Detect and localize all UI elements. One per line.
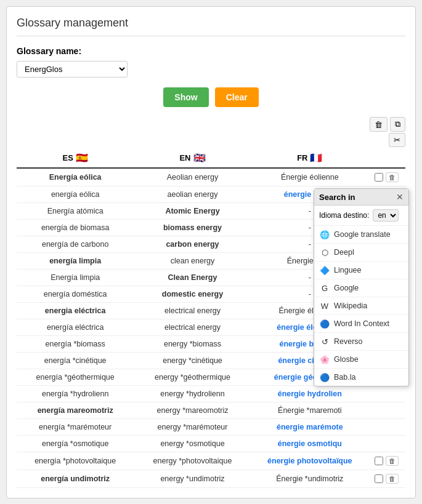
en-label: EN	[179, 153, 190, 162]
search-item[interactable]: ↺ Reverso	[314, 333, 408, 351]
cell-actions	[368, 409, 405, 412]
cell-fr: Énergie *maremoti	[251, 405, 368, 416]
search-item-icon: ⬡	[319, 247, 330, 258]
table-row: energía *photovoltaique energy *photovol…	[17, 452, 405, 470]
column-headers: ES 🇪🇸 EN 🇬🇧 FR 🇫🇷	[17, 148, 405, 169]
cell-es: energía *photovoltaique	[17, 455, 134, 466]
search-item[interactable]: 🌸 Glosbe	[314, 351, 408, 369]
search-popup: Search in ✕ Idioma destino: en 🌐 Google …	[314, 188, 409, 386]
cell-en: clean energy	[134, 255, 251, 266]
cell-fr: énergie marémote	[251, 422, 368, 433]
cell-en: energy *cinétique	[134, 355, 251, 366]
lang-row: Idioma destino: en	[314, 206, 408, 226]
search-popup-header: Search in ✕	[314, 189, 408, 206]
cell-en: energy *osmotique	[134, 438, 251, 449]
cell-en: biomass energy	[134, 222, 251, 233]
cell-en: carbon energy	[134, 239, 251, 250]
search-item-label: Reverso	[334, 337, 363, 346]
main-window: Glossary management Glossary name: Energ…	[6, 6, 416, 498]
row-checkbox[interactable]	[375, 474, 383, 483]
col-actions	[368, 152, 405, 164]
cell-fr: Énergie éolienne	[251, 172, 368, 183]
cell-es: energía eólica	[17, 189, 134, 200]
cell-en: aeolian energy	[134, 189, 251, 200]
cell-en: Aeolian energy	[134, 172, 251, 183]
row-checkbox[interactable]	[375, 457, 383, 465]
search-item-icon: 🔵	[319, 318, 330, 329]
table-row: energía *osmotique energy *osmotique éne…	[17, 436, 405, 452]
cell-es: energía doméstica	[17, 289, 134, 300]
cell-es: Energía limpia	[17, 272, 134, 283]
cell-es: energía eléctrica	[17, 322, 134, 333]
cell-es: energía *hydrolienn	[17, 388, 134, 399]
search-item-label: Word In Context	[334, 319, 389, 328]
table-row: energía *hydrolienn energy *hydrolienn é…	[17, 386, 405, 402]
search-item-icon: G	[319, 282, 330, 294]
cell-es: energía *géothermique	[17, 372, 134, 383]
search-item[interactable]: 🔷 Linguee	[314, 262, 408, 279]
cell-es: energía *biomass	[17, 338, 134, 350]
search-item[interactable]: ⬡ Deepl	[314, 244, 408, 262]
fr-label: FR	[297, 153, 307, 162]
search-item-label: Deepl	[334, 248, 354, 257]
search-item[interactable]: G Google	[314, 279, 408, 297]
cell-es: Energía atómica	[17, 206, 134, 217]
search-popup-title: Search in	[319, 193, 355, 202]
delete-row-button[interactable]: 🗑	[386, 456, 399, 466]
lang-select[interactable]: en	[373, 209, 399, 222]
glossary-select[interactable]: EnergGlos	[17, 61, 128, 78]
cell-fr: énergie hydrolien	[251, 388, 368, 399]
search-item[interactable]: 🔵 Word In Context	[314, 315, 408, 333]
cell-es: energía *marémoteur	[17, 422, 134, 433]
cell-actions: 🗑	[368, 473, 405, 485]
cell-es: energía limpia	[17, 255, 134, 266]
search-item-icon: ↺	[319, 336, 330, 347]
table-row: energía *marémoteur energy *marémoteur é…	[17, 419, 405, 436]
cell-en: energy *hydrolienn	[134, 388, 251, 399]
delete-row-button[interactable]: 🗑	[386, 172, 399, 182]
row-checkbox[interactable]	[375, 173, 383, 182]
cell-actions: 🗑	[368, 171, 405, 183]
cell-actions	[368, 426, 405, 428]
cell-actions: 🗑	[368, 455, 405, 467]
show-button[interactable]: Show	[163, 87, 208, 107]
fr-flag: 🇫🇷	[310, 152, 322, 164]
cell-es: energía *osmotique	[17, 438, 134, 449]
search-item-icon: 🌸	[319, 354, 330, 365]
cell-es: energía undimotriz	[17, 473, 134, 484]
cell-en: energy *marémoteur	[134, 422, 251, 433]
cell-en: energy *undimotriz	[134, 473, 251, 484]
search-item-label: Google	[334, 284, 359, 292]
toolbar-row-2: ✂	[17, 133, 405, 147]
clear-button[interactable]: Clear	[215, 87, 259, 107]
cell-en: electrical energy	[134, 322, 251, 333]
search-item-label: Glosbe	[334, 355, 359, 364]
cell-en: domestic energy	[134, 289, 251, 300]
table-row: energía undimotriz energy *undimotriz Én…	[17, 470, 405, 488]
cell-en: Clean Energy	[134, 272, 251, 283]
col-es: ES 🇪🇸	[17, 152, 134, 164]
delete-row-button[interactable]: 🗑	[386, 474, 399, 484]
search-item-icon: W	[319, 300, 330, 311]
copy-button[interactable]: ⧉	[390, 117, 405, 132]
es-label: ES	[62, 153, 73, 162]
search-item[interactable]: 🌐 Google translate	[314, 226, 408, 244]
search-item-label: Wikipedia	[334, 302, 367, 310]
search-item[interactable]: W Wikipedia	[314, 297, 408, 315]
cell-es: energía mareomotriz	[17, 405, 134, 416]
search-item-icon: 🔵	[319, 372, 330, 383]
search-item[interactable]: 🔵 Bab.la	[314, 369, 408, 386]
search-popup-close[interactable]: ✕	[396, 192, 404, 202]
cell-en: energy *biomass	[134, 338, 251, 350]
table-row: energía mareomotriz energy *mareomotriz …	[17, 402, 405, 419]
search-item-label: Google translate	[334, 230, 391, 239]
cell-en: energy *géothermique	[134, 372, 251, 383]
scissors-button[interactable]: ✂	[389, 133, 405, 147]
search-item-icon: 🌐	[319, 229, 330, 240]
es-flag: 🇪🇸	[76, 152, 88, 164]
cell-en: energy *photovoltaique	[134, 455, 251, 466]
search-item-label: Bab.la	[334, 373, 355, 382]
glossary-name-label: Glossary name:	[17, 46, 405, 56]
delete-all-button[interactable]: 🗑	[370, 117, 388, 132]
cell-en: electrical energy	[134, 305, 251, 316]
